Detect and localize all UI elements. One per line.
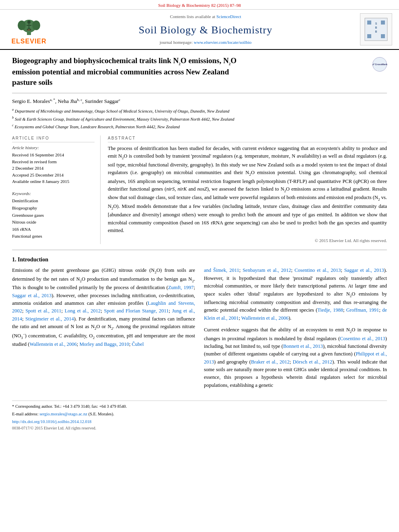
- title-text-part3: pasture soils: [12, 78, 52, 86]
- corresponding-note: * Corresponding author. Tel.: +64 3 479 …: [12, 403, 387, 410]
- title-text-part2: emission potential and microbial communi…: [12, 68, 229, 76]
- journal-title: Soil Biology & Biochemistry: [139, 23, 273, 37]
- page-wrapper: Soil Biology & Biochemistry 82 (2015) 87…: [0, 0, 399, 438]
- affil-text-b: Soil & Earth Sciences Group, Institute o…: [15, 117, 234, 121]
- affiliation-c: c Ecosystems and Global Change Team, Lan…: [12, 123, 387, 130]
- article-content: Biogeography and biophysicochemical trai…: [0, 50, 399, 438]
- homepage-line: journal homepage: www.elsevier.com/locat…: [160, 39, 251, 45]
- keyword-2: Biogeography: [12, 205, 95, 212]
- email-name: (S.E. Morales).: [88, 412, 114, 416]
- svg-text:B: B: [375, 26, 377, 29]
- keyword-4: Nitrous oxide: [12, 219, 95, 226]
- article-title-section: Biogeography and biophysicochemical trai…: [12, 55, 387, 93]
- braker-link[interactable]: Braker et al., 2012: [251, 359, 290, 365]
- contents-text: Contents lists available at: [170, 14, 215, 19]
- long-link[interactable]: Long et al., 2012: [65, 308, 101, 314]
- section-divider: [12, 250, 387, 250]
- title-sub1: 2: [179, 62, 181, 66]
- keyword-5: 16S rRNA: [12, 226, 95, 233]
- author1-sup: a, *: [50, 98, 55, 102]
- affiliation-a: a Department of Microbiology and Immunol…: [12, 107, 387, 114]
- abstract-section-label: ABSTRACT: [108, 136, 387, 142]
- svg-point-2: [18, 21, 26, 30]
- journal-logo-area: S B B: [358, 13, 394, 46]
- bonnett-link[interactable]: Bonnett et al., 2013: [283, 343, 323, 349]
- elsevier-logo-area: ELSEVIER: [5, 13, 53, 46]
- crossmark-badge[interactable]: ✓CrossMark: [372, 57, 387, 72]
- keyword-1: Denitrification: [12, 197, 95, 205]
- affil-sup-b: b: [12, 116, 14, 119]
- affil-sup-a: a: [12, 108, 14, 111]
- elsevier-logo: ELSEVIER: [5, 14, 53, 46]
- doi-link[interactable]: http://dx.doi.org/10.1016/j.soilbio.2014…: [12, 419, 387, 425]
- abstract-copyright: © 2015 Elsevier Ltd. All rights reserved…: [108, 238, 387, 244]
- zumft-link[interactable]: Zumft, 1997: [168, 285, 194, 290]
- journal-header-center: Contents lists available at ScienceDirec…: [57, 13, 354, 46]
- affil-text-a: Department of Microbiology and Immunolog…: [15, 109, 230, 113]
- tiedje-link[interactable]: Tiedje, 1988: [317, 307, 343, 313]
- email-note: E-mail address: sergio.morales@otago.ac.…: [12, 411, 387, 417]
- svg-text:B: B: [375, 30, 377, 33]
- sciencedirect-link[interactable]: ScienceDirect: [216, 14, 241, 19]
- intro-heading: 1. Introduction: [12, 256, 387, 264]
- intro-para-right-1: and Šimek, 2011; Senbayram et al., 2012;…: [204, 267, 387, 322]
- dorsch-link[interactable]: Dörsch et al., 2012: [293, 359, 332, 365]
- author2-sup: b, c: [77, 98, 82, 102]
- journal-logo-box: S B B: [360, 13, 392, 45]
- morley-link[interactable]: Morley and Baggs, 2010: [79, 341, 129, 347]
- affil-text-c: Ecosystems and Global Change Team, Landc…: [14, 124, 180, 129]
- journal-logo-icon: S B B: [364, 17, 388, 41]
- intro-para-left-1: Emissions of the potent greenhouse gas (…: [12, 267, 195, 348]
- email-label: E-mail address:: [12, 412, 39, 416]
- received-revised-date: 2 December 2014: [12, 165, 95, 172]
- spott-link[interactable]: Spott et al., 2011: [25, 308, 61, 314]
- keywords-block: Keywords: Denitrification Biogeography G…: [12, 191, 95, 240]
- journal-citation-bar: Soil Biology & Biochemistry 82 (2015) 87…: [0, 0, 399, 10]
- elsevier-tree-icon: [13, 14, 45, 36]
- svg-text:S: S: [375, 22, 377, 25]
- keyword-6: Functional genes: [12, 233, 95, 240]
- cosentino2-link[interactable]: Cosentino et al., 2013: [340, 336, 385, 341]
- author3-sup: c: [119, 98, 120, 102]
- spott2-link[interactable]: Spott and Florian Stange, 2011: [104, 308, 169, 314]
- stieg-link[interactable]: Stiegimeier et al., 2014: [25, 316, 74, 322]
- homepage-link[interactable]: www.elsevier.com/locate/soilbio: [194, 40, 251, 45]
- saggar2-link[interactable]: Saggar et al., 2013: [344, 267, 384, 273]
- elsevier-wordmark: ELSEVIER: [11, 37, 46, 46]
- svg-point-3: [32, 21, 40, 30]
- author1-name: Sergio E. Morales: [12, 98, 50, 104]
- email-link[interactable]: sergio.morales@otago.ac.nz: [39, 412, 88, 416]
- cosentino-link[interactable]: Cosentino et al., 2013: [294, 267, 341, 273]
- journal-header: ELSEVIER Contents lists available at Sci…: [0, 10, 399, 50]
- article-title: Biogeography and biophysicochemical trai…: [12, 55, 368, 88]
- svg-rect-17: [381, 34, 385, 38]
- affil-sup-c: c: [12, 123, 14, 127]
- received-revised-label: Received in revised form: [12, 158, 95, 165]
- title-text-part1: Biogeography and biophysicochemical trai…: [12, 56, 237, 65]
- simek-link[interactable]: and Šimek, 2011: [204, 267, 239, 273]
- history-label: Article history:: [12, 145, 95, 151]
- wallenstein-link[interactable]: Wallenstein et al., 2006: [29, 341, 76, 347]
- cubel-link[interactable]: Čubel: [132, 341, 144, 347]
- crossmark-label: CrossMark: [375, 63, 387, 66]
- groffman-link[interactable]: Groffman, 1991: [346, 307, 379, 313]
- intro-col-left: Emissions of the potent greenhouse gas (…: [12, 267, 195, 393]
- wallenstein2-link[interactable]: Wallenstein et al., 2006: [241, 315, 288, 321]
- available-date: Available online 8 January 2015: [12, 178, 95, 185]
- footer-copyright: 0038-0717/© 2015 Elsevier Ltd. All right…: [12, 425, 387, 431]
- homepage-label: journal homepage:: [160, 40, 193, 45]
- saggar-link[interactable]: Saggar et al., 2013: [12, 293, 51, 298]
- title-sub2: 2: [229, 62, 231, 66]
- article-history-block: Article history: Received 16 September 2…: [12, 145, 95, 185]
- svg-rect-14: [367, 21, 371, 25]
- doi-anchor[interactable]: http://dx.doi.org/10.1016/j.soilbio.2014…: [12, 419, 91, 424]
- senbayram-link[interactable]: Senbayram et al., 2012: [243, 267, 291, 273]
- keyword-3: Greenhouse gases: [12, 212, 95, 219]
- svg-rect-15: [381, 21, 385, 25]
- affiliation-b: b Soil & Earth Sciences Group, Institute…: [12, 115, 387, 122]
- intro-para-right-2: Current evidence suggests that the abili…: [204, 326, 387, 389]
- sciencedirect-line: Contents lists available at ScienceDirec…: [170, 14, 241, 20]
- abstract-text: The process of denitrification has been …: [108, 145, 387, 234]
- info-abstract-columns: ARTICLE INFO Article history: Received 1…: [12, 136, 387, 244]
- svg-rect-16: [367, 34, 371, 38]
